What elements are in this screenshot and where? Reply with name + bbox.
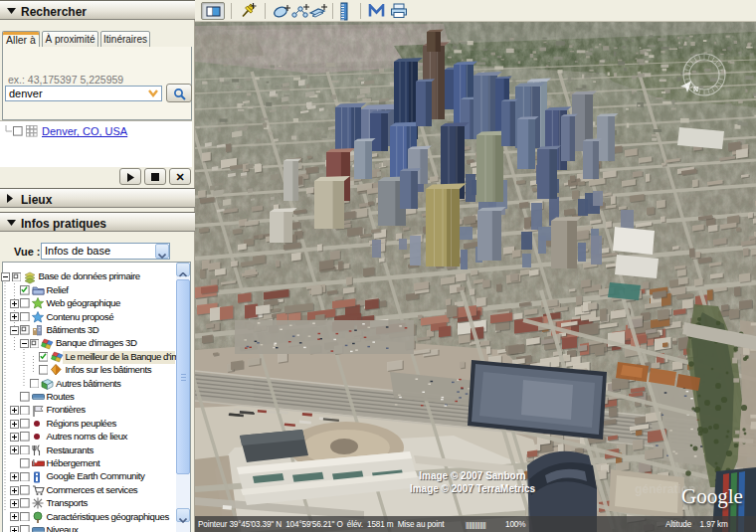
svg-text:Image © 2007 Sanborn: Image © 2007 Sanborn	[419, 470, 525, 481]
svg-text:|||||||||||||: |||||||||||||	[466, 520, 486, 529]
svg-text:Altitude 1.97 km: Altitude 1.97 km	[665, 520, 728, 529]
svg-text:Pointeur 39°45'03.39" N 104°5: Pointeur 39°45'03.39" N 104°59'56.21" O …	[198, 520, 445, 529]
svg-text:100%: 100%	[505, 520, 525, 529]
svg-text:Google: Google	[681, 484, 743, 508]
svg-text:N: N	[693, 86, 698, 92]
svg-text:Image © 2007 TerraMetrics: Image © 2007 TerraMetrics	[410, 483, 536, 494]
